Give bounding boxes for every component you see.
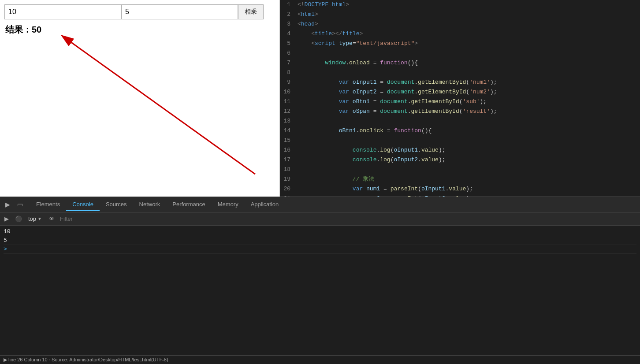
code-line: 18 bbox=[280, 165, 640, 175]
line-content bbox=[298, 165, 638, 175]
devtools-tabs: ▶ ▭ Elements Console Sources Network Per… bbox=[0, 197, 640, 212]
line-number: 12 bbox=[282, 107, 298, 116]
line-content bbox=[298, 136, 638, 145]
line-number: 19 bbox=[282, 175, 298, 184]
line-content: <!DOCTYPE html> bbox=[298, 0, 638, 10]
code-line: 20 var num1 = parseInt(oInput1.value); bbox=[280, 184, 640, 194]
tab-performance[interactable]: Performance bbox=[166, 198, 211, 211]
code-line: 4 <title></title> bbox=[280, 29, 640, 39]
line-number: 21 bbox=[282, 194, 298, 197]
line-number: 14 bbox=[282, 126, 298, 136]
tab-elements[interactable]: Elements bbox=[30, 198, 66, 211]
line-content: var oInput1 = document.getElementById('n… bbox=[298, 78, 638, 87]
tab-sources[interactable]: Sources bbox=[100, 198, 133, 211]
tab-console[interactable]: Console bbox=[66, 198, 100, 211]
line-number: 3 bbox=[282, 19, 298, 29]
line-number: 9 bbox=[282, 78, 298, 87]
line-number: 18 bbox=[282, 165, 298, 175]
line-number: 15 bbox=[282, 136, 298, 145]
play-icon[interactable]: ▶ bbox=[3, 215, 11, 223]
line-content: console.log(oInput1.value); bbox=[298, 145, 638, 155]
cursor-icon[interactable]: ▶ bbox=[4, 200, 12, 209]
multiply-button[interactable]: 相乘 bbox=[238, 4, 264, 19]
line-number: 16 bbox=[282, 145, 298, 155]
result-text: 结果：50 bbox=[5, 24, 275, 36]
devtools-toolbar: ▶ ⚫ top ▼ 👁 bbox=[0, 212, 640, 226]
line-content: var oBtn1 = document.getElementById('sub… bbox=[298, 97, 638, 107]
code-line: 16 console.log(oInput1.value); bbox=[280, 145, 640, 155]
context-label: top bbox=[28, 215, 36, 222]
line-content: var oInput2 = document.getElementById('n… bbox=[298, 87, 638, 97]
line-content: <title></title> bbox=[298, 29, 638, 39]
console-value-10: 10 bbox=[4, 228, 11, 235]
line-content: console.log(oInput2.value); bbox=[298, 155, 638, 165]
num2-input[interactable] bbox=[121, 4, 238, 19]
code-line: 3<head> bbox=[280, 19, 640, 29]
line-number: 11 bbox=[282, 97, 298, 107]
console-line: 5 bbox=[4, 236, 636, 245]
line-number: 2 bbox=[282, 10, 298, 19]
console-value-5: 5 bbox=[4, 237, 7, 244]
eye-icon[interactable]: 👁 bbox=[46, 215, 57, 223]
line-content: var num1 = parseInt(oInput1.value); bbox=[298, 184, 638, 194]
console-line: 10 bbox=[4, 227, 636, 236]
line-content: // 乘法 bbox=[298, 175, 638, 184]
filter-input[interactable] bbox=[60, 215, 637, 222]
svg-line-1 bbox=[68, 40, 255, 174]
dropdown-arrow-icon: ▼ bbox=[37, 216, 42, 221]
status-bar: ▶ line 26 Column 10 · Source: Administra… bbox=[0, 355, 640, 364]
input-row: 相乘 bbox=[4, 4, 275, 19]
code-line: 6 bbox=[280, 48, 640, 58]
status-text: ▶ line 26 Column 10 · Source: Administra… bbox=[4, 357, 168, 363]
line-number: 8 bbox=[282, 68, 298, 78]
line-content: var oSpan = document.getElementById('res… bbox=[298, 107, 638, 116]
console-prompt-line: > bbox=[4, 245, 636, 254]
code-line: 9 var oInput1 = document.getElementById(… bbox=[280, 78, 640, 87]
tab-icons: ▶ ▭ bbox=[4, 200, 25, 209]
tab-application[interactable]: Application bbox=[245, 198, 285, 211]
line-number: 1 bbox=[282, 0, 298, 10]
code-line: 8 bbox=[280, 68, 640, 78]
line-number: 4 bbox=[282, 29, 298, 39]
preview-pane: 相乘 结果：50 bbox=[0, 0, 280, 197]
code-line: 7 window.onload = function(){ bbox=[280, 58, 640, 68]
line-content: oBtn1.onclick = function(){ bbox=[298, 126, 638, 136]
device-icon[interactable]: ▭ bbox=[15, 200, 25, 209]
console-output: 10 5 > bbox=[0, 226, 640, 355]
line-content: window.onload = function(){ bbox=[298, 58, 638, 68]
code-line: 10 var oInput2 = document.getElementById… bbox=[280, 87, 640, 97]
code-line: 11 var oBtn1 = document.getElementById('… bbox=[280, 97, 640, 107]
line-content: <html> bbox=[298, 10, 638, 19]
line-content bbox=[298, 116, 638, 126]
num1-input[interactable] bbox=[4, 4, 121, 19]
tab-memory[interactable]: Memory bbox=[212, 198, 245, 211]
code-line: 5 <script type="text/javascript"> bbox=[280, 39, 640, 48]
code-pane: 1<!DOCTYPE html>2<html>3<head>4 <title><… bbox=[280, 0, 640, 197]
line-number: 17 bbox=[282, 155, 298, 165]
console-prompt-icon: > bbox=[4, 246, 7, 253]
tab-network[interactable]: Network bbox=[133, 198, 167, 211]
line-number: 6 bbox=[282, 48, 298, 58]
line-content bbox=[298, 48, 638, 58]
code-line: 17 console.log(oInput2.value); bbox=[280, 155, 640, 165]
line-number: 10 bbox=[282, 87, 298, 97]
code-line: 19 // 乘法 bbox=[280, 175, 640, 184]
block-icon[interactable]: ⚫ bbox=[13, 215, 24, 223]
code-line: 2<html> bbox=[280, 10, 640, 19]
line-number: 5 bbox=[282, 39, 298, 48]
code-line: 14 oBtn1.onclick = function(){ bbox=[280, 126, 640, 136]
line-number: 20 bbox=[282, 184, 298, 194]
code-line: 13 bbox=[280, 116, 640, 126]
line-content: <script type="text/javascript"> bbox=[298, 39, 638, 48]
code-line: 1<!DOCTYPE html> bbox=[280, 0, 640, 10]
code-line: 12 var oSpan = document.getElementById('… bbox=[280, 107, 640, 116]
line-number: 7 bbox=[282, 58, 298, 68]
line-content: <head> bbox=[298, 19, 638, 29]
line-content bbox=[298, 68, 638, 78]
context-dropdown[interactable]: top ▼ bbox=[26, 215, 44, 223]
line-number: 13 bbox=[282, 116, 298, 126]
devtools-panel: ▶ ▭ Elements Console Sources Network Per… bbox=[0, 197, 640, 364]
code-line: 15 bbox=[280, 136, 640, 145]
line-content: var num2 = parseInt(oInput2.value); bbox=[298, 194, 638, 197]
code-line: 21 var num2 = parseInt(oInput2.value); bbox=[280, 194, 640, 197]
